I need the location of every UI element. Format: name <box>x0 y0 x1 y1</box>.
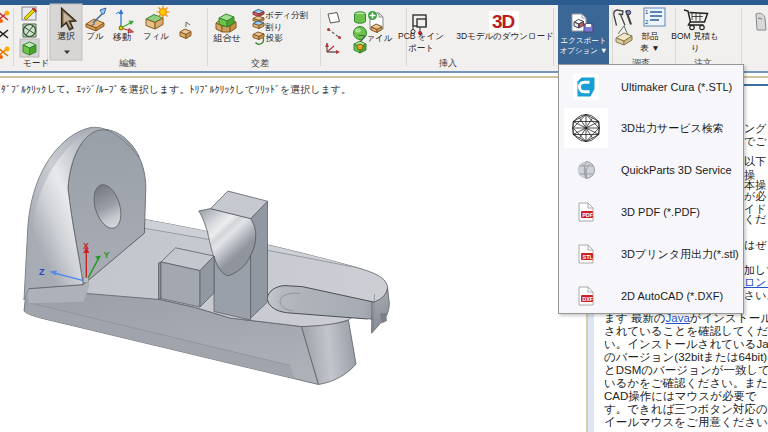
svg-text:DXF: DXF <box>582 295 594 301</box>
svg-text:STL: STL <box>583 253 594 259</box>
svg-text:Z: Z <box>39 267 45 277</box>
svg-text:Y: Y <box>104 250 110 260</box>
svg-text:PDF: PDF <box>582 211 594 217</box>
svg-text:3D: 3D <box>492 11 515 32</box>
svg-text:X: X <box>83 241 89 251</box>
